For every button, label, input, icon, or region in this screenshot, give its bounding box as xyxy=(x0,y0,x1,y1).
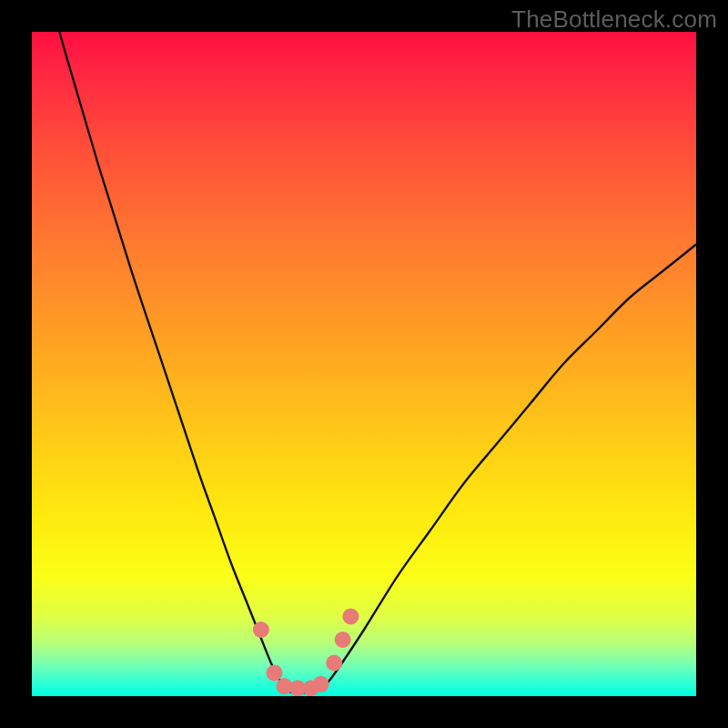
bottleneck-curve xyxy=(32,32,696,693)
curve-marker xyxy=(266,664,282,681)
plot-area xyxy=(32,32,696,696)
curve-marker xyxy=(326,655,342,672)
curve-marker xyxy=(342,608,359,624)
chart-svg xyxy=(32,32,696,696)
curve-marker xyxy=(313,676,329,693)
chart-frame: TheBottleneck.com xyxy=(0,0,728,728)
curve-markers xyxy=(253,608,359,696)
watermark-text: TheBottleneck.com xyxy=(511,5,717,34)
curve-marker xyxy=(253,622,269,638)
curve-marker xyxy=(335,632,351,648)
